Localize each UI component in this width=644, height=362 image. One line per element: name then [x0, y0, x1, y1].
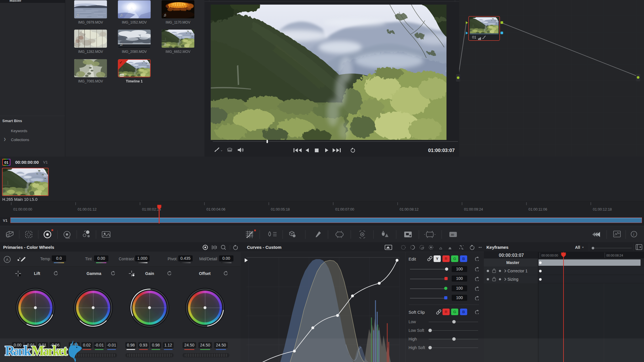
svg-text:HDR: HDR [66, 237, 70, 239]
svg-text:Market: Market [31, 343, 68, 358]
svg-text:01:00:04:06: 01:00:04:06 [206, 207, 225, 211]
svg-text:01:00:09:24: 01:00:09:24 [464, 207, 483, 211]
svg-text:01:00:00:00: 01:00:00:00 [13, 207, 32, 211]
svg-text:A: A [6, 258, 8, 262]
svg-text:01:00:05:18: 01:00:05:18 [271, 207, 290, 211]
svg-text:i: i [633, 232, 634, 236]
svg-text:01:00:11:06: 01:00:11:06 [528, 207, 547, 211]
svg-text:01:00:07:00: 01:00:07:00 [335, 207, 354, 211]
svg-text:01:00:01:12: 01:00:01:12 [78, 207, 97, 211]
svg-text:Rank: Rank [5, 343, 31, 358]
svg-text:3D: 3D [451, 233, 454, 236]
svg-text:01:00:08:12: 01:00:08:12 [400, 207, 419, 211]
svg-text:01:00:12:18: 01:00:12:18 [593, 207, 612, 211]
